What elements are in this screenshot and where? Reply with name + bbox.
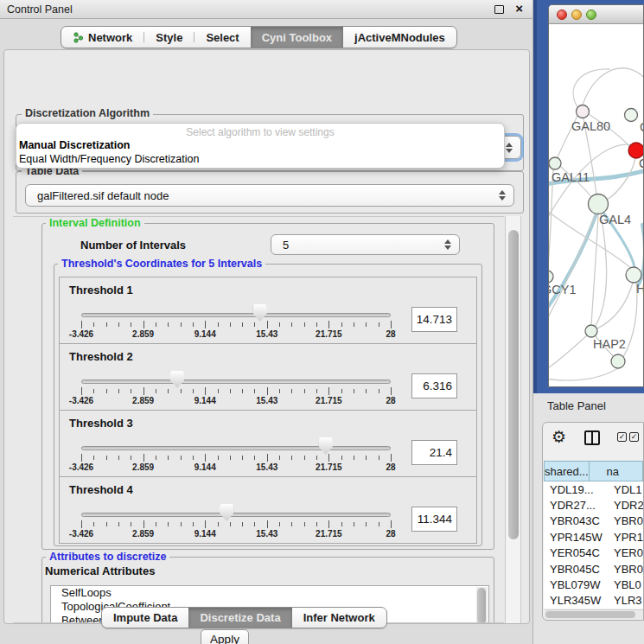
slider-thumb[interactable] xyxy=(220,504,233,521)
tab-style[interactable]: Style xyxy=(144,27,194,48)
slider-tick xyxy=(168,389,169,393)
tab-impute-data[interactable]: Impute Data xyxy=(102,608,188,628)
threshold-slider[interactable]: -3.4262.8599.14415.4321.71528 xyxy=(81,344,391,411)
slider-tick xyxy=(267,321,268,328)
threshold-value-field[interactable]: 21.4 xyxy=(411,440,457,465)
slider-tick-label: 15.43 xyxy=(256,462,277,472)
table-cell-shared-name: YLR345W xyxy=(544,594,605,607)
slider-tick xyxy=(218,522,219,526)
number-of-intervals-combobox[interactable]: 5 xyxy=(271,234,460,255)
attribute-list-item[interactable]: SelfLoops xyxy=(51,586,488,600)
attributes-list-scrollbar[interactable] xyxy=(476,587,488,623)
slider-tick xyxy=(267,387,268,395)
table-row[interactable]: YBR043CYBR0 xyxy=(544,513,644,529)
table-row[interactable]: YPR145WYPR1 xyxy=(544,529,644,545)
network-node[interactable] xyxy=(585,325,597,337)
slider-tick xyxy=(218,389,219,393)
column-header-name[interactable]: na xyxy=(589,461,643,481)
gear-icon[interactable]: ⚙ xyxy=(552,427,566,446)
screenshot-root: Control Panel × Network Style xyxy=(0,0,644,644)
slider-tick xyxy=(118,456,119,460)
table-data-combobox[interactable]: galFiltered.sif default node xyxy=(25,184,514,207)
slider-tick xyxy=(230,522,231,526)
table-row[interactable]: YER054CYER0 xyxy=(544,545,644,561)
network-node[interactable] xyxy=(549,157,561,169)
slider-tick-label: -3.426 xyxy=(69,396,93,405)
slider-tick xyxy=(267,520,268,528)
network-node[interactable] xyxy=(577,105,590,118)
network-node[interactable] xyxy=(625,109,638,122)
threshold-slider[interactable]: -3.4262.8599.14415.4321.71528 xyxy=(81,411,391,478)
checkbox-icon[interactable]: ✓ xyxy=(629,432,639,442)
main-scrollbar-thumb[interactable] xyxy=(508,230,519,539)
slider-tick xyxy=(279,322,280,327)
slider-tick xyxy=(106,456,107,460)
checkbox-icon[interactable]: ✓ xyxy=(617,432,627,442)
tab-select[interactable]: Select xyxy=(194,27,250,48)
threshold-slider[interactable]: -3.4262.8599.14415.4321.71528 xyxy=(81,277,391,345)
close-icon[interactable]: × xyxy=(515,1,523,16)
algorithm-option-manual[interactable]: Manual Discretization xyxy=(19,139,131,151)
slider-tick xyxy=(316,322,317,327)
threshold-value-field[interactable]: 11.344 xyxy=(411,507,457,532)
slider-tick xyxy=(193,322,194,327)
apply-button[interactable]: Apply xyxy=(201,629,249,644)
slider-tick-label: 15.43 xyxy=(256,329,277,339)
tab-jactivemnodules[interactable]: jActiveMNodules xyxy=(343,27,456,48)
table-cell-shared-name: YDL19... xyxy=(544,483,605,496)
cyni-toolbox-content: Discretization Algorithm Select algorith… xyxy=(3,49,530,624)
minimize-traffic-light-icon[interactable] xyxy=(571,10,582,20)
tab-cyni-toolbox[interactable]: Cyni Toolbox xyxy=(251,27,343,48)
network-edge xyxy=(549,368,618,380)
slider-tick xyxy=(267,454,268,462)
network-canvas[interactable]: GAL80GACGAL11GAL4GCY1HHAP2 xyxy=(549,24,644,387)
threshold-value-field[interactable]: 6.316 xyxy=(411,373,457,399)
close-traffic-light-icon[interactable] xyxy=(557,10,567,20)
network-edge xyxy=(549,335,587,371)
algorithm-option-equal-width[interactable]: Equal Width/Frequency Discretization xyxy=(19,153,199,165)
network-node[interactable] xyxy=(611,354,625,368)
network-node[interactable] xyxy=(549,271,553,283)
network-node[interactable] xyxy=(589,194,609,214)
tab-network[interactable]: Network xyxy=(61,27,143,48)
main-scrollbar[interactable] xyxy=(505,216,521,623)
table-horizontal-scrollbar[interactable] xyxy=(545,609,644,619)
slider-tick xyxy=(242,522,243,526)
zoom-traffic-light-icon[interactable] xyxy=(586,10,596,20)
table-row[interactable]: YBL079WYBL0 xyxy=(544,577,644,592)
slider-tick xyxy=(230,389,231,393)
slider-thumb[interactable] xyxy=(319,437,333,455)
slider-tick-label: 28 xyxy=(386,529,395,539)
column-header-shared[interactable]: shared... xyxy=(544,461,590,481)
float-window-icon[interactable] xyxy=(494,5,504,14)
slider-tick xyxy=(354,456,354,460)
network-edge xyxy=(549,211,597,313)
slider-track[interactable] xyxy=(81,313,391,317)
slider-tick-label: 9.144 xyxy=(194,396,216,405)
slider-thumb[interactable] xyxy=(170,371,184,388)
tab-infer-network[interactable]: Infer Network xyxy=(292,608,386,628)
slider-tick xyxy=(106,322,107,327)
slider-tick xyxy=(279,456,280,460)
slider-tick-label: 9.144 xyxy=(194,329,216,339)
slider-tick xyxy=(254,322,255,327)
discretization-algorithm-group-title: Discretization Algorithm xyxy=(22,107,153,119)
slider-tick-label: 28 xyxy=(386,396,395,405)
table-row[interactable]: YLR345WYLR3 xyxy=(544,593,644,609)
table-row[interactable]: YDL19...YDL1 xyxy=(544,481,644,497)
slider-track[interactable] xyxy=(81,446,391,450)
table-row[interactable]: YDR27...YDR2 xyxy=(544,497,644,513)
slider-track[interactable] xyxy=(81,379,391,384)
slider-tick xyxy=(131,322,131,327)
network-node[interactable] xyxy=(626,267,641,283)
table-row[interactable]: YBR045CYBR0 xyxy=(544,561,644,577)
slider-tick xyxy=(341,456,342,460)
slider-track[interactable] xyxy=(81,513,391,517)
slider-thumb[interactable] xyxy=(253,304,267,322)
split-pane-icon[interactable] xyxy=(584,430,600,445)
table-cell-shared-name: YPR145W xyxy=(544,531,605,544)
threshold-value-field[interactable]: 14.713 xyxy=(411,307,457,332)
threshold-slider[interactable]: -3.4262.8599.14415.4321.71528 xyxy=(81,477,391,545)
tab-discretize-data[interactable]: Discretize Data xyxy=(188,608,291,628)
threshold-panel-3: Threshold 3-3.4262.8599.14415.4321.71528… xyxy=(59,410,477,477)
